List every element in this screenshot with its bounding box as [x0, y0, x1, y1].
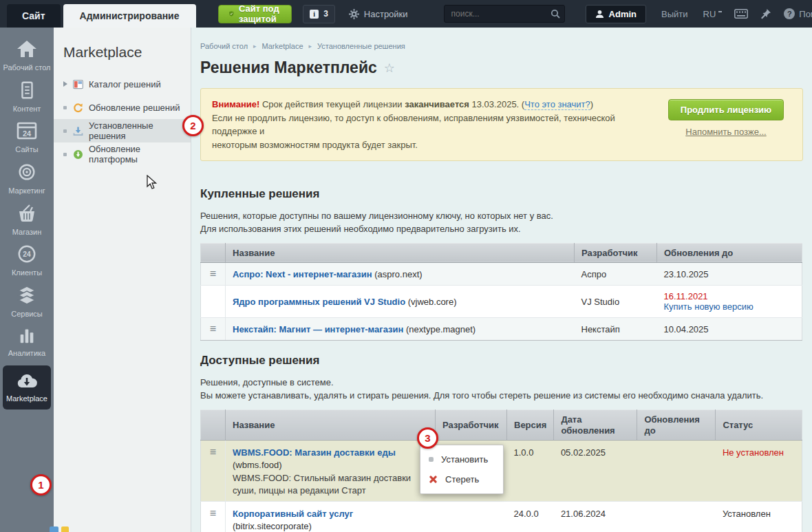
context-menu-install[interactable]: Установить [420, 449, 503, 469]
sidebar-item-content[interactable]: Контент [3, 80, 51, 114]
column-header-name[interactable]: Название [226, 409, 436, 440]
what-does-it-mean-link[interactable]: Что это значит? [524, 99, 590, 110]
sidebar-item-marketplace[interactable]: Marketplace [3, 365, 51, 409]
annotation-badge-1: 1 [30, 474, 52, 496]
row-context-menu: Установить Стереть [420, 445, 504, 494]
sidebar-item-label: Клиенты [12, 268, 42, 277]
updates-until-cell: 23.10.2025 [657, 263, 802, 286]
developer-cell: Аспро [575, 263, 657, 286]
updates-until-cell: 10.04.2025 [657, 318, 802, 341]
sidebar-item-desktop[interactable]: Рабочий стол [3, 39, 51, 72]
annotation-badge-2: 2 [182, 115, 204, 136]
status-cell: Установлен [716, 502, 802, 532]
submenu-item-installed-solutions[interactable]: Установленные решения [54, 119, 191, 142]
context-menu-label: Установить [441, 454, 488, 465]
updates-until-cell [637, 502, 716, 532]
column-header-developer[interactable]: Разработчик [436, 409, 507, 440]
sidebar-item-label: Сайты [15, 145, 38, 154]
renew-license-button[interactable]: Продлить лицензию [668, 99, 784, 120]
platform-update-icon [73, 149, 83, 160]
expand-arrow-icon[interactable] [63, 81, 67, 87]
submenu-item-label: Обновление платформы [89, 144, 191, 164]
pin-button[interactable] [760, 8, 771, 19]
search-icon[interactable] [551, 9, 560, 19]
sidebar-item-marketing[interactable]: Маркетинг [3, 162, 51, 195]
site-protected-button[interactable]: Сайт под защитой [218, 5, 292, 23]
sidebar-item-services[interactable]: Сервисы [3, 285, 51, 319]
basket-icon [16, 203, 38, 224]
row-menu-icon[interactable]: ≡ [210, 446, 216, 458]
license-warning: Внимание! Срок действия текущей лицензии… [200, 88, 803, 161]
language-selector[interactable]: RU [703, 9, 723, 19]
notifications-counter[interactable]: i 3 [303, 5, 335, 23]
developer-cell [436, 502, 507, 532]
protected-label: Сайт под защитой [239, 3, 281, 24]
remind-later-link[interactable]: Напомнить позже... [685, 127, 766, 137]
sidebar-item-sites[interactable]: 24 Сайты [3, 120, 51, 154]
tab-administration[interactable]: Администрирование [63, 4, 196, 28]
counter-value: 3 [323, 9, 328, 19]
refresh-icon [73, 103, 83, 113]
help-icon: ? [784, 8, 795, 19]
help-button[interactable]: ? Помощь [784, 8, 812, 19]
update-date-cell: 21.06.2024 [554, 502, 637, 532]
solution-link[interactable]: Аспро: Next - интернет-магазин [233, 269, 372, 279]
submenu-item-catalog[interactable]: Каталог решений [54, 72, 191, 96]
updates-until-cell: 16.11.2021Купить новую версию [657, 286, 802, 318]
breadcrumb-installed[interactable]: Установленные решения [317, 42, 405, 50]
submenu-item-update-solutions[interactable]: Обновление решений [54, 96, 191, 119]
column-header-updates-until[interactable]: Обновления до [657, 243, 802, 263]
tab-site[interactable]: Сайт [7, 4, 61, 28]
column-header-name[interactable]: Название [226, 243, 575, 263]
pin-icon [760, 8, 771, 19]
breadcrumb-marketplace[interactable]: Marketplace [262, 42, 303, 50]
user-button[interactable]: Admin [586, 5, 646, 23]
context-menu-label: Стереть [445, 474, 479, 485]
sidebar-item-label: Магазин [12, 228, 41, 237]
solution-link[interactable]: Ядро программных решений VJ Studio [233, 297, 405, 307]
row-menu-icon[interactable]: ≡ [210, 507, 216, 519]
submenu-item-platform-update[interactable]: Обновление платформы [54, 142, 191, 166]
column-header-update-date[interactable]: Дата обновления [554, 409, 637, 440]
keyboard-button[interactable] [734, 9, 748, 19]
submenu-item-label: Обновление решений [89, 103, 180, 113]
bullet-icon [63, 129, 67, 133]
settings-button[interactable]: Настройки [349, 9, 408, 19]
logout-link[interactable]: Выйти [661, 9, 688, 19]
breadcrumb-separator-icon: ▸ [309, 43, 312, 50]
updates-until-cell [637, 440, 716, 502]
sidebar-item-label: Маркетинг [8, 187, 45, 195]
column-header-developer[interactable]: Разработчик [575, 243, 657, 263]
update-date-cell: 05.02.2025 [554, 440, 637, 502]
gear-icon [349, 9, 359, 19]
submenu-title: Marketplace [54, 28, 191, 61]
developer-cell: VJ Studio [575, 286, 657, 318]
breadcrumb-desktop[interactable]: Рабочий стол [200, 42, 248, 50]
row-menu-icon[interactable]: ≡ [210, 323, 216, 334]
column-header-version[interactable]: Версия [507, 409, 554, 440]
purchased-table: Название Разработчик Обновления до ≡ Асп… [200, 243, 802, 341]
favorite-star-icon[interactable]: ☆ [384, 61, 395, 76]
available-description: Решения, доступные в системе. Вы можете … [200, 376, 803, 403]
table-header-row: Название Разработчик Обновления до [201, 243, 802, 263]
page-title: Решения Маркетплейс [200, 58, 377, 77]
sidebar-item-store[interactable]: Магазин [3, 203, 51, 237]
sidebar-item-analytics[interactable]: Аналитика [3, 326, 51, 358]
column-header-updates-until[interactable]: Обновления до [637, 409, 716, 440]
search-box [444, 5, 565, 23]
sidebar-item-clients[interactable]: 24 Клиенты [3, 244, 51, 277]
solution-link[interactable]: Корпоративный сайт услуг [233, 509, 353, 519]
sidebar-item-label: Аналитика [8, 349, 45, 358]
buy-new-version-link[interactable]: Купить новую версию [664, 301, 754, 312]
mouse-cursor-icon [147, 175, 158, 190]
row-menu-icon[interactable]: ≡ [210, 268, 216, 279]
column-header-status[interactable]: Статус [716, 409, 802, 440]
sidebar-item-label: Сервисы [11, 310, 43, 319]
warning-label: Внимание! [212, 99, 259, 109]
solution-link[interactable]: Некстайп: Магнит — интернет-магазин [233, 324, 403, 334]
solution-link[interactable]: WBMS.FOOD: Магазин доставки еды [233, 447, 396, 458]
bullet-icon [63, 106, 67, 109]
context-menu-erase[interactable]: Стереть [420, 469, 503, 489]
help-label: Помощь [799, 9, 812, 19]
search-input[interactable] [444, 5, 565, 23]
